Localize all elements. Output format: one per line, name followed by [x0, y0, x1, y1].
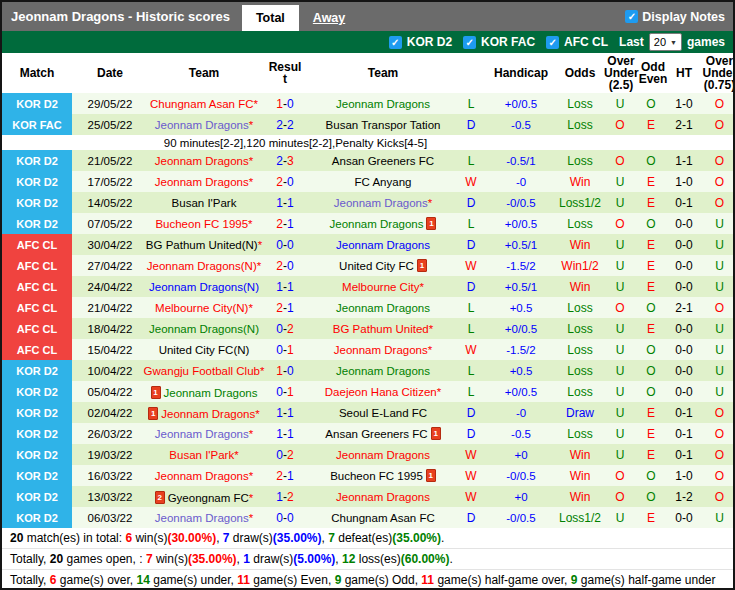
afc-cl-checkbox[interactable]: ✓ [546, 36, 559, 49]
team-name[interactable]: FC Anyang [355, 176, 412, 188]
team-name[interactable]: Jeonnam Dragons(N) [149, 323, 259, 335]
full-time-score: 2-1 [260, 301, 310, 315]
match-league-cell: KOR D2 [2, 381, 72, 402]
home-team: Busan I'Park [148, 196, 260, 210]
kor-d2-checkbox[interactable]: ✓ [389, 36, 402, 49]
team-name[interactable]: Jeonnam Dragons* [334, 344, 432, 356]
team-name[interactable]: Ansan Greeners FC [332, 155, 434, 167]
league-badge: KOR D2 [2, 213, 72, 234]
away-team: Jeonnam Dragons1 [310, 217, 456, 231]
over-under-0_75-value: U [702, 322, 735, 336]
team-name[interactable]: Daejeon Hana Citizen* [325, 386, 441, 398]
team-name[interactable]: Jeonnam Dragons* [334, 197, 432, 209]
full-time-score: 2-1 [260, 469, 310, 483]
odds-result: Loss [556, 301, 604, 315]
team-name[interactable]: Jeonnam Dragons [164, 387, 258, 399]
odds-result: Win [556, 490, 604, 504]
over-under-0_75-value: U [702, 238, 735, 252]
team-name[interactable]: Jeonnam Dragons* [155, 428, 253, 440]
result-letter: L [456, 364, 486, 378]
handicap-value: -1.5/2 [486, 260, 556, 272]
home-team: 1Jeonnam Dragons* [148, 405, 260, 420]
team-name[interactable]: Jeonnam Dragons* [155, 176, 253, 188]
handicap-value: +0.5 [486, 302, 556, 314]
home-team: Busan I'Park* [148, 448, 260, 462]
full-time-score: 1-0 [260, 364, 310, 378]
team-name[interactable]: Chungnam Asan FC [331, 512, 435, 524]
over-under-0_75-value: O [702, 301, 735, 315]
team-name[interactable]: United City FC [339, 260, 414, 272]
full-time-score: 1-2 [260, 490, 310, 504]
kor-fac-checkbox[interactable]: ✓ [463, 36, 476, 49]
team-name[interactable]: Chungnam Asan FC* [150, 98, 258, 110]
half-time-score: 0-0 [666, 259, 702, 273]
team-name[interactable]: Bucheon FC 1995 [330, 470, 423, 482]
team-name[interactable]: Jeonnam Dragons(N) [149, 281, 259, 293]
handicap-value: +0 [486, 449, 556, 461]
team-name[interactable]: Jeonnam Dragons(N)* [147, 260, 261, 272]
team-name[interactable]: Jeonnam Dragons [336, 365, 430, 377]
match-league-cell: AFC CL [2, 234, 72, 255]
match-league-cell: KOR D2 [2, 213, 72, 234]
table-body: KOR D229/05/22Chungnam Asan FC*1-0Jeonna… [2, 93, 733, 528]
team-name[interactable]: Busan I'Park* [169, 449, 238, 461]
team-name[interactable]: Melbourne City* [342, 281, 424, 293]
odds-result: Win [556, 280, 604, 294]
games-count-select[interactable]: 20 ▼ [649, 33, 682, 51]
result-letter: W [456, 259, 486, 273]
full-time-score: 1-1 [260, 406, 310, 420]
half-time-score: 0-1 [666, 406, 702, 420]
team-name[interactable]: BG Pathum United(N)* [146, 239, 262, 251]
half-time-score: 0-1 [666, 427, 702, 441]
result-letter: D [456, 280, 486, 294]
odds-result: Loss [556, 385, 604, 399]
odds-result: Loss1/2 [556, 196, 604, 210]
team-name[interactable]: Melbourne City(N)* [155, 302, 253, 314]
team-name[interactable]: Busan Transpor Tation [326, 119, 441, 131]
table-row: AFC CL21/04/22Melbourne City(N)*2-1Jeonn… [2, 297, 733, 318]
display-notes-checkbox[interactable]: ✓ [625, 10, 638, 23]
summary-section: 20 match(es) in total: 6 win(s)(30.00%),… [2, 528, 733, 590]
team-name[interactable]: Jeonnam Dragons [336, 239, 430, 251]
team-name[interactable]: Gyeongnam FC* [168, 492, 254, 504]
team-name[interactable]: Bucheon FC 1995* [155, 218, 252, 230]
table-row: KOR D219/03/22Busan I'Park*0-2Jeonnam Dr… [2, 444, 733, 465]
odds-result: Loss [556, 217, 604, 231]
over-under-0_75-value: O [702, 175, 735, 189]
team-name[interactable]: Busan I'Park [172, 197, 237, 209]
team-name[interactable]: Jeonnam Dragons [336, 98, 430, 110]
team-name[interactable]: Jeonnam Dragons* [155, 155, 253, 167]
match-date: 02/04/22 [72, 407, 148, 419]
over-under-0_75-value: O [702, 196, 735, 210]
over-under-2_5-value: U [604, 364, 636, 378]
team-name[interactable]: Jeonnam Dragons [330, 218, 424, 230]
team-name[interactable]: Jeonnam Dragons [336, 302, 430, 314]
odd-even-value: E [636, 406, 666, 420]
column-header-ht: HT [666, 67, 702, 79]
full-time-score: 1-1 [260, 427, 310, 441]
league-badge: AFC CL [2, 318, 72, 339]
match-date: 18/04/22 [72, 323, 148, 335]
half-time-score: 0-0 [666, 322, 702, 336]
team-name[interactable]: Gwangju Football Club* [144, 365, 265, 377]
team-name[interactable]: BG Pathum United* [333, 323, 433, 335]
league-badge: KOR D2 [2, 423, 72, 444]
team-name[interactable]: Ansan Greeners FC [325, 428, 427, 440]
result-letter: W [456, 490, 486, 504]
team-name[interactable]: United City FC(N) [159, 344, 250, 356]
team-name[interactable]: Jeonnam Dragons* [155, 470, 253, 482]
team-name[interactable]: Jeonnam Dragons [336, 449, 430, 461]
team-name[interactable]: Seoul E-Land FC [339, 407, 427, 419]
result-letter: L [456, 301, 486, 315]
team-name[interactable]: Jeonnam Dragons [336, 491, 430, 503]
team-name[interactable]: Jeonnam Dragons* [161, 408, 259, 420]
table-row: KOR D207/05/22Bucheon FC 1995*2-1Jeonnam… [2, 213, 733, 234]
team-name[interactable]: Jeonnam Dragons* [155, 119, 253, 131]
full-time-score: 0-1 [260, 343, 310, 357]
over-under-0_75-value: U [702, 259, 735, 273]
tab-total[interactable]: Total [242, 5, 299, 31]
tab-away[interactable]: Away [299, 5, 359, 31]
red-card-icon: 1 [431, 427, 441, 440]
result-letter: W [456, 469, 486, 483]
team-name[interactable]: Jeonnam Dragons* [155, 512, 253, 524]
